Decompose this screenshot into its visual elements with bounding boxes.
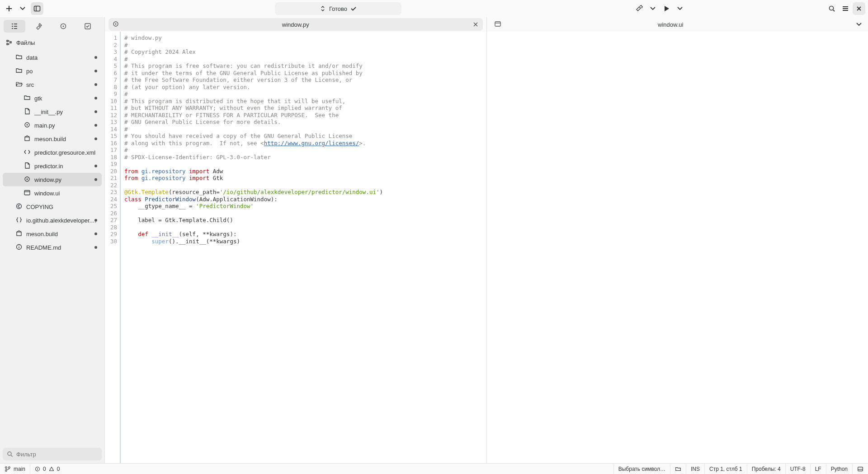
svg-point-19 [8,452,11,455]
sidebar-tab-tests[interactable] [77,20,99,33]
hammer-icon [636,5,643,12]
modified-dot [94,178,97,181]
top-toolbar: Готово [0,0,868,17]
svg-rect-12 [24,190,30,195]
toggle-sidebar-button[interactable] [31,2,43,15]
panel-toggle[interactable] [670,464,686,474]
tools-icon [35,23,42,30]
modified-dot [94,124,97,127]
folder-open-icon [15,81,23,89]
xml-icon [24,148,31,157]
folder-icon [675,466,681,472]
search-icon [828,5,835,12]
file-tree[interactable]: dataposrcgtk__init__.pymain.pymeson.buil… [0,50,104,445]
folder-icon [15,53,23,62]
modified-dot [94,97,97,100]
svg-rect-23 [495,22,500,26]
tree-item[interactable]: meson.build [3,227,102,241]
tree-item[interactable]: data [3,51,102,64]
tree-item[interactable]: po [3,64,102,78]
tree-item-label: window.py [34,176,98,183]
build-button[interactable] [633,2,646,15]
sidebar-tabs [0,17,104,35]
tree-item[interactable]: main.py [3,118,102,132]
play-icon [663,5,670,12]
tree-item[interactable]: predictor.in [3,159,102,173]
branch-label: main [14,466,25,472]
new-menu-button[interactable] [16,2,29,15]
new-button[interactable] [3,2,15,15]
modified-dot [94,137,97,140]
indent-settings[interactable]: Пробелы: 4 [747,464,785,474]
build-menu-button[interactable] [646,2,659,15]
cursor-position[interactable]: Стр 1, стлб 1 [704,464,747,474]
tree-item[interactable]: window.ui [3,186,102,200]
encoding[interactable]: UTF-8 [785,464,810,474]
warning-icon [49,466,54,472]
tab-window-py[interactable]: window.py [108,18,483,31]
chevron-down-icon [855,21,863,28]
check-icon [350,5,357,12]
ui-icon [24,189,31,198]
tree-item-label: gtk [34,95,98,102]
symbol-selector[interactable]: Выбрать символ… [613,464,670,474]
tree-item[interactable]: README.md [3,241,102,254]
tree-item-label: data [26,54,98,61]
tree-item[interactable]: src [3,78,102,91]
tree-item[interactable]: io.github.alexkdeveloper.pre… [3,213,102,227]
bottom-panel-toggle[interactable] [852,464,868,474]
modified-dot [94,83,97,86]
menu-button[interactable] [839,2,852,15]
errors-count: 0 [43,466,46,472]
svg-point-5 [63,26,64,27]
tab-window-ui[interactable]: window.ui [491,18,851,31]
readme-icon [15,243,23,252]
omnibar[interactable]: Готово [275,2,401,15]
code-editor[interactable]: 1234567891011121314151617181920212223242… [105,32,486,463]
files-panel-header: Файлы [0,35,104,50]
tab-menu-button[interactable] [854,19,864,30]
code-content[interactable]: # window.py## Copyright 2024 Alex## This… [121,32,387,463]
insert-mode[interactable]: INS [686,464,704,474]
git-branch[interactable]: main [0,464,30,474]
language-mode[interactable]: Python [826,464,852,474]
svg-line-20 [11,455,13,457]
tree-item-label: main.py [34,122,98,129]
tab-label: window.ui [658,21,683,28]
branch-icon [5,466,11,472]
target-icon [60,23,67,30]
svg-rect-30 [858,467,863,471]
sidebar-tab-files[interactable] [4,20,25,33]
editor-pane-right: window.ui [487,17,868,463]
folder-icon [15,67,23,76]
close-window-button[interactable] [853,2,865,15]
tab-close-button[interactable] [472,21,479,28]
blank-editor[interactable] [487,32,868,463]
line-ending[interactable]: LF [810,464,826,474]
filter-box[interactable] [3,448,102,460]
tree-item[interactable]: window.py [3,173,102,186]
sidebar-tab-debug[interactable] [52,20,74,33]
run-button[interactable] [660,2,673,15]
tree-item[interactable]: meson.build [3,132,102,146]
run-menu-button[interactable] [674,2,686,15]
modified-dot [94,246,97,249]
search-button[interactable] [826,2,838,15]
python-icon [24,121,31,130]
tree-item-label: README.md [26,244,98,251]
modified-dot [94,232,97,235]
sidebar-tab-build[interactable] [28,20,50,33]
tree-item[interactable]: predictor.gresource.xml [3,146,102,159]
tree-item[interactable]: __init__.py [3,105,102,118]
svg-line-3 [833,10,835,11]
tree-item-label: src [26,81,98,88]
filter-input[interactable] [16,451,98,458]
modified-dot [94,56,97,59]
tree-item[interactable]: gtk [3,91,102,105]
license-icon [15,203,23,211]
tree-item-label: meson.build [34,136,98,142]
tree-item[interactable]: COPYING [3,200,102,213]
diagnostics[interactable]: 0 0 [30,464,64,474]
tree-item-label: predictor.in [34,163,98,170]
folder-icon [24,94,31,103]
